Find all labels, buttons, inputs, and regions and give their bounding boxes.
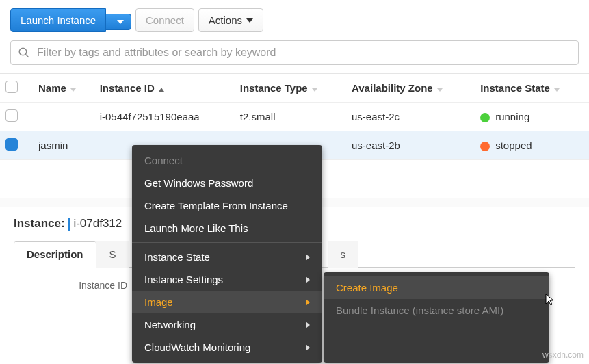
sort-icon bbox=[437, 88, 443, 92]
search-input[interactable] bbox=[37, 47, 571, 59]
state-label: running bbox=[495, 111, 529, 122]
column-availability-zone[interactable]: Availability Zone bbox=[346, 74, 475, 103]
menu-item-instance-settings[interactable]: Instance Settings bbox=[132, 268, 322, 291]
watermark: wsxdn.com bbox=[542, 350, 584, 360]
menu-item-image[interactable]: Image bbox=[132, 291, 322, 313]
cell-name bbox=[33, 103, 94, 131]
submenu-item-create-image[interactable]: Create Image bbox=[324, 276, 549, 299]
detail-instance-id: i-07df312 bbox=[73, 217, 122, 230]
svg-line-1 bbox=[25, 54, 29, 57]
menu-item-cloudwatch[interactable]: CloudWatch Monitoring bbox=[132, 336, 322, 359]
column-instance-type[interactable]: Instance Type bbox=[235, 74, 346, 103]
caret-down-icon bbox=[246, 18, 253, 23]
search-icon bbox=[18, 47, 30, 59]
tab-partial-2[interactable]: S bbox=[96, 241, 129, 268]
details-label: Instance ID bbox=[16, 280, 140, 291]
menu-item-create-template[interactable]: Create Template From Instance bbox=[132, 194, 322, 217]
menu-label: CloudWatch Monitoring bbox=[144, 341, 250, 353]
cell-name: jasmin bbox=[33, 131, 94, 160]
column-instance-state[interactable]: Instance State bbox=[475, 74, 589, 103]
launch-instance-dropdown[interactable] bbox=[105, 14, 131, 30]
menu-label: Instance State bbox=[144, 251, 210, 263]
column-label: Instance ID bbox=[100, 82, 155, 94]
chevron-right-icon bbox=[306, 254, 310, 261]
menu-label: Image bbox=[144, 296, 173, 308]
launch-instance-button[interactable]: Launch Instance bbox=[10, 8, 106, 32]
column-label: Availability Zone bbox=[352, 82, 433, 94]
svg-point-0 bbox=[19, 48, 27, 55]
menu-label: Instance Settings bbox=[144, 274, 223, 285]
column-instance-id[interactable]: Instance ID bbox=[94, 74, 235, 103]
sort-icon bbox=[312, 88, 317, 92]
launch-instance-group: Launch Instance bbox=[10, 8, 131, 32]
cell-state: running bbox=[475, 103, 589, 131]
caret-down-icon bbox=[117, 20, 124, 24]
search-bar[interactable] bbox=[10, 40, 579, 65]
submenu-item-bundle-instance: Bundle Instance (instance store AMI) bbox=[324, 299, 549, 322]
actions-button[interactable]: Actions bbox=[198, 8, 263, 32]
image-submenu: Create Image Bundle Instance (instance s… bbox=[324, 272, 549, 363]
chevron-right-icon bbox=[306, 276, 310, 283]
context-menu-layer: Connect Get Windows Password Create Temp… bbox=[132, 145, 549, 363]
chevron-right-icon bbox=[306, 322, 310, 328]
row-checkbox[interactable] bbox=[5, 138, 18, 151]
cell-instance-type: t2.small bbox=[235, 103, 346, 131]
menu-separator bbox=[132, 242, 322, 243]
table-row[interactable]: i-0544f72515190eaaa t2.small us-east-2c … bbox=[0, 103, 589, 131]
chevron-right-icon bbox=[306, 299, 310, 306]
row-checkbox[interactable] bbox=[5, 109, 18, 122]
state-running-icon bbox=[480, 113, 490, 122]
menu-label: Networking bbox=[144, 319, 196, 330]
menu-item-networking[interactable]: Networking bbox=[132, 313, 322, 336]
menu-item-launch-more[interactable]: Launch More Like This bbox=[132, 217, 322, 239]
connect-button[interactable]: Connect bbox=[135, 8, 194, 32]
column-name[interactable]: Name bbox=[33, 74, 94, 103]
sort-asc-icon bbox=[159, 88, 164, 92]
context-menu: Connect Get Windows Password Create Temp… bbox=[132, 145, 322, 363]
tab-description[interactable]: Description bbox=[14, 241, 96, 268]
table-header-row: Name Instance ID Instance Type Availabil… bbox=[0, 74, 589, 103]
menu-item-instance-state[interactable]: Instance State bbox=[132, 246, 322, 268]
actions-label: Actions bbox=[209, 14, 242, 26]
cell-instance-id: i-0544f72515190eaaa bbox=[94, 103, 235, 131]
detail-title-prefix: Instance: bbox=[14, 217, 65, 230]
select-all-checkbox[interactable] bbox=[5, 81, 18, 93]
menu-item-connect: Connect bbox=[132, 149, 322, 172]
column-label: Instance Type bbox=[240, 82, 308, 94]
toolbar: Launch Instance Connect Actions bbox=[0, 0, 589, 40]
sort-icon bbox=[70, 88, 76, 92]
menu-item-get-windows-password[interactable]: Get Windows Password bbox=[132, 172, 322, 194]
column-label: Instance State bbox=[480, 82, 550, 94]
sort-icon bbox=[554, 88, 560, 92]
header-checkbox-cell bbox=[0, 74, 33, 103]
chevron-right-icon bbox=[306, 344, 310, 351]
mouse-cursor-icon bbox=[544, 293, 558, 307]
cell-az: us-east-2c bbox=[346, 103, 475, 131]
selection-caret-icon bbox=[68, 218, 70, 231]
column-label: Name bbox=[38, 82, 66, 94]
